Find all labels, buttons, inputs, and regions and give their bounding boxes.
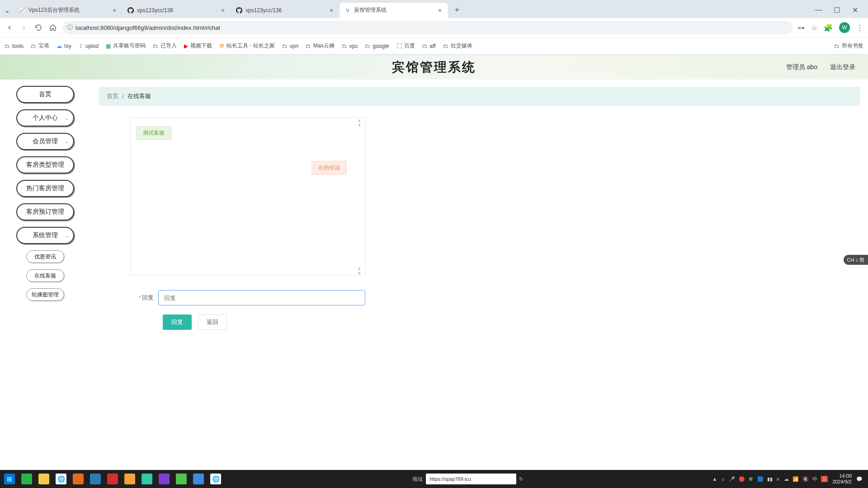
scroll-down-icon[interactable]: ▲▼ — [356, 267, 363, 274]
taskbar-app-1[interactable] — [19, 471, 34, 487]
address-bar[interactable]: ⓘ localhost:8080/djangof66g9/admin/dist/… — [62, 21, 793, 34]
bookmark-vpn[interactable]: 🗀vpn — [282, 43, 298, 49]
back-icon[interactable] — [5, 23, 14, 33]
close-icon[interactable]: × — [436, 7, 443, 14]
reload-icon[interactable] — [33, 23, 43, 33]
sheet-icon: ▦ — [106, 43, 111, 49]
sidebar-sub-carousel[interactable]: 轮播图管理 — [26, 288, 64, 301]
bookmark-label: vpn — [290, 43, 298, 49]
taskbar-app-10[interactable] — [174, 471, 189, 487]
admin-label[interactable]: 管理员 abo — [786, 63, 817, 71]
taskbar-addr-input[interactable] — [426, 474, 516, 484]
start-button[interactable]: ⊞ — [2, 471, 17, 487]
taskbar-go-icon[interactable]: ↻ — [519, 476, 523, 482]
menu-kebab-icon[interactable]: ⋮ — [856, 23, 863, 32]
tray-up-icon[interactable]: ▲ — [712, 476, 717, 482]
taskbar-chrome[interactable]: 🌐 — [53, 471, 69, 487]
clock-date: 2024/9/2 — [832, 479, 852, 485]
taskbar-clock[interactable]: 14:00 2024/9/2 — [832, 473, 852, 485]
maximize-icon[interactable]: ☐ — [831, 6, 842, 14]
sidebar-item-member[interactable]: 会员管理⌄ — [16, 133, 74, 150]
sidebar-item-booking[interactable]: 客房预订管理 — [16, 203, 74, 221]
vue-icon: V — [344, 7, 351, 14]
star-icon[interactable]: ☆ — [811, 23, 817, 32]
close-icon[interactable]: × — [219, 7, 226, 14]
sidebar-item-profile[interactable]: 个人中心⌄ — [16, 109, 74, 127]
taskbar-app-9[interactable] — [156, 471, 172, 487]
youtube-icon: ▶ — [184, 43, 188, 49]
tab-1[interactable]: vps123ycc/136 × — [123, 3, 231, 18]
tab-3[interactable]: V 宾馆管理系统 × — [340, 3, 448, 18]
tab-0[interactable]: 📈 Vps123后台管理系统 × — [14, 3, 123, 18]
wifi-icon[interactable]: 📶 — [793, 476, 799, 482]
tab-search-icon[interactable]: ⌄ — [2, 5, 11, 16]
sidebar-item-system[interactable]: 系统管理⌄ — [16, 227, 74, 244]
tray-window-icon[interactable]: 🟦 — [757, 476, 764, 482]
bookmark-video[interactable]: ▶视频下载 — [184, 42, 212, 50]
taskbar-app-5[interactable] — [88, 471, 103, 487]
taskbar-app-11[interactable] — [191, 471, 206, 487]
bookmark-maxyt[interactable]: 🗀Max云梯 — [306, 42, 335, 50]
bookmark-baota[interactable]: 🗀宝塔 — [31, 42, 49, 50]
profile-avatar[interactable]: W — [839, 22, 850, 33]
sidebar-item-hotroom[interactable]: 热门客房管理 — [16, 180, 74, 197]
home-icon[interactable] — [48, 23, 58, 33]
taskbar-app-4[interactable] — [71, 471, 86, 487]
sidebar-sub-promo[interactable]: 优惠资讯 — [26, 250, 64, 263]
bookmark-all[interactable]: 🗀所有书签 — [834, 42, 863, 50]
tray-shield-icon[interactable]: ⛨ — [749, 476, 754, 482]
bookmark-google[interactable]: 🗀google — [365, 43, 389, 49]
forward-icon[interactable] — [19, 23, 29, 33]
bookmark-social[interactable]: 🗀社交媒体 — [443, 42, 472, 50]
tray-mic-icon[interactable]: 🎤 — [729, 476, 735, 482]
tray-menu-icon[interactable]: ≡ — [776, 476, 779, 482]
bookmark-imported[interactable]: 🗀已导入 — [153, 42, 177, 50]
breadcrumb-home[interactable]: 首页 — [107, 92, 118, 100]
bookmark-vps[interactable]: 🗀vps — [342, 43, 358, 49]
site-info-icon[interactable]: ⓘ — [67, 23, 73, 32]
sidebar-item-roomtype[interactable]: 客房类型管理 — [16, 156, 74, 174]
clock-time: 14:00 — [839, 473, 852, 479]
tray-pause-icon[interactable]: ▮▮ — [767, 476, 773, 482]
bookmark-shared[interactable]: ▦共享账号密码 — [106, 42, 146, 50]
close-icon[interactable]: × — [328, 7, 335, 14]
extensions-icon[interactable]: 🧩 — [824, 23, 833, 32]
logout-link[interactable]: 退出登录 — [830, 63, 855, 71]
taskbar-app-2[interactable] — [36, 471, 52, 487]
chat-line-left: 测试客服 — [136, 123, 349, 143]
reply-submit-button[interactable]: 回复 — [163, 314, 192, 330]
weather-icon[interactable]: ☁ — [784, 476, 789, 482]
volume-icon[interactable]: 🔇 — [802, 476, 809, 482]
tab-2[interactable]: vps123ycc/136 × — [231, 3, 340, 18]
ime-lang-icon[interactable]: 中 — [812, 476, 817, 483]
close-icon[interactable]: × — [111, 7, 118, 14]
tray-brightness-icon[interactable]: ☼ — [721, 476, 725, 482]
tray-rec-icon[interactable]: 🔴 — [739, 476, 745, 482]
bookmark-tools[interactable]: 🗀tools — [5, 43, 24, 49]
reply-input[interactable] — [158, 290, 365, 305]
sidebar-item-home[interactable]: 首页 — [16, 86, 74, 103]
bookmark-label: 共享账号密码 — [113, 42, 146, 50]
tray-icons: ▲ ☼ 🎤 🔴 ⛨ 🟦 ▮▮ ≡ — [712, 476, 779, 482]
ime-badge[interactable]: CH ♪ 简 — [844, 255, 868, 265]
new-tab-button[interactable]: + — [451, 4, 463, 17]
bookmark-baidu[interactable]: ⛶百度 — [396, 42, 415, 50]
back-button[interactable]: 返回 — [198, 314, 227, 330]
minimize-icon[interactable]: — — [813, 6, 824, 14]
sogou-icon[interactable]: S — [821, 476, 828, 482]
bookmark-txy[interactable]: ☁txy — [57, 43, 71, 49]
taskbar-app-7[interactable] — [122, 471, 137, 487]
bookmarks-bar: 🗀tools 🗀宝塔 ☁txy ⇪uplod ▦共享账号密码 🗀已导入 ▶视频下… — [0, 37, 868, 54]
sidebar-sub-chat[interactable]: 在线客服 — [26, 269, 64, 282]
bookmark-aff[interactable]: 🗀aff — [422, 43, 436, 49]
password-key-icon[interactable]: ⊶ — [797, 23, 805, 32]
sidebar-item-label: 轮播图管理 — [32, 291, 59, 299]
taskbar-app-6[interactable] — [105, 471, 120, 487]
bookmark-chinaz[interactable]: ⚒站长工具 - 站长之家 — [219, 42, 275, 50]
taskbar-app-12[interactable]: 🌐 — [208, 471, 223, 487]
taskbar-app-8[interactable] — [139, 471, 155, 487]
bookmark-uplod[interactable]: ⇪uplod — [79, 43, 99, 49]
notifications-icon[interactable]: 💬 — [856, 476, 863, 482]
scroll-up-icon[interactable]: ▲▼ — [356, 119, 363, 126]
window-close-icon[interactable]: ✕ — [849, 6, 860, 14]
